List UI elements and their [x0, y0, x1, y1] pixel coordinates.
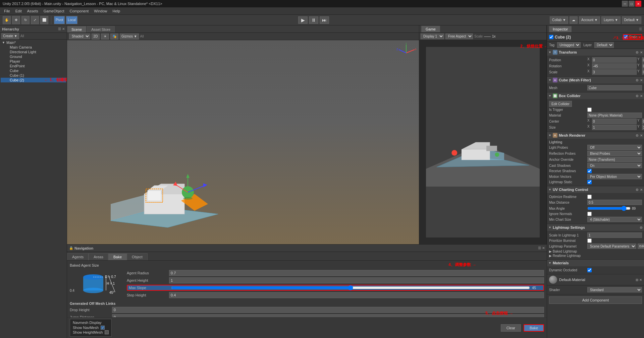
menu-component[interactable]: Component	[67, 8, 91, 14]
maximize-button[interactable]: □	[629, 1, 635, 7]
nav-tab-object[interactable]: Object	[127, 253, 148, 260]
edit-collider-button[interactable]: Edit Collider	[549, 101, 572, 107]
tab-inspector[interactable]: Inspector	[549, 26, 572, 32]
pivot-toggle[interactable]: Pivot	[54, 16, 65, 24]
prioritize-checkbox[interactable]	[587, 239, 592, 243]
materials-header[interactable]: ▼ Materials	[547, 260, 644, 266]
2d-toggle[interactable]: 2D	[92, 33, 100, 40]
tab-game[interactable]: Game	[421, 26, 440, 32]
mesh-filter-settings[interactable]: ⚙	[636, 78, 639, 82]
lightmap-static-checkbox[interactable]	[587, 180, 592, 184]
menu-window[interactable]: Window	[91, 8, 110, 14]
display-dropdown[interactable]: Display 1	[421, 33, 444, 39]
shader-select[interactable]: Standard	[587, 287, 642, 292]
local-toggle[interactable]: Local	[66, 16, 77, 24]
max-distance-input[interactable]	[587, 200, 642, 205]
fx-toggle[interactable]: 🎭	[110, 33, 118, 40]
min-chart-size-select[interactable]: 4 (Stitchable)	[587, 217, 642, 222]
dynamic-occluded-checkbox[interactable]	[587, 268, 592, 272]
material-expand-icon[interactable]: ⊞ ✕	[636, 278, 642, 282]
size-y-input[interactable]	[642, 125, 644, 130]
hierarchy-create-button[interactable]: Create ▼	[1, 33, 19, 39]
add-component-button[interactable]: Add Component	[549, 296, 642, 304]
hand-tool[interactable]: ✋	[3, 16, 11, 24]
menu-edit[interactable]: Edit	[13, 8, 24, 14]
default-layout-button[interactable]: Default ▼	[622, 16, 641, 24]
rect-tool[interactable]: ⬜	[40, 16, 48, 24]
scale-y-input[interactable]	[642, 69, 644, 75]
lightmap-settings-header[interactable]: ▼ Lightmap Settings ⚙	[547, 224, 644, 231]
menu-gameobject[interactable]: GameObject	[41, 8, 67, 14]
cast-shadows-select[interactable]: On	[587, 163, 642, 168]
object-active-checkbox[interactable]	[549, 35, 553, 39]
step-button[interactable]: ⏭	[320, 16, 329, 24]
edit-lightmap-param-button[interactable]: Edit...	[638, 244, 644, 249]
shading-dropdown[interactable]: Shaded	[69, 33, 90, 39]
lightmap-param-select[interactable]: Scene Default Parameters	[587, 244, 636, 249]
show-navmesh-checkbox[interactable]: ✓	[101, 326, 105, 330]
mesh-input[interactable]	[587, 85, 642, 90]
size-x-input[interactable]	[592, 125, 637, 130]
uv-charting-header[interactable]: ▼ UV Charting Control ⚙ ✕	[547, 186, 644, 193]
lightmap-settings-icon[interactable]: ⚙	[640, 226, 643, 229]
minimize-button[interactable]: ─	[622, 1, 628, 7]
nav-tab-bake[interactable]: Bake	[108, 253, 127, 260]
menu-help[interactable]: Help	[110, 8, 123, 14]
rot-x-input[interactable]	[592, 63, 637, 69]
play-button[interactable]: ▶	[298, 16, 308, 24]
rot-y-input[interactable]	[642, 63, 644, 69]
mesh-filter-header[interactable]: ▼ M Cube (Mesh Filter) ⚙ ✕	[547, 77, 644, 83]
scale-tool[interactable]: ⤢	[31, 16, 39, 24]
game-viewport[interactable]: 2、烘焙位置 ←	[419, 40, 546, 244]
hierarchy-item-endpoint[interactable]: EndPoint	[1, 64, 66, 68]
clear-button[interactable]: Clear	[501, 324, 521, 332]
mesh-filter-close[interactable]: ✕	[640, 78, 643, 82]
layers-button[interactable]: Layers ▼	[601, 16, 621, 24]
pause-button[interactable]: ⏸	[309, 16, 318, 24]
mesh-renderer-close[interactable]: ✕	[640, 134, 643, 137]
reflection-probes-select[interactable]: Blend Probes	[587, 151, 642, 156]
mesh-renderer-settings[interactable]: ⚙	[636, 134, 639, 137]
jump-distance-input[interactable]	[112, 314, 544, 317]
nav-tab-agents[interactable]: Agents	[67, 253, 89, 260]
account-button[interactable]: Account ▼	[579, 16, 600, 24]
ignore-normals-checkbox[interactable]	[587, 212, 592, 216]
agent-height-input[interactable]	[169, 277, 544, 283]
tab-asset-store[interactable]: Asset Store	[87, 26, 115, 32]
move-tool[interactable]: ✥	[12, 16, 20, 24]
layer-select[interactable]: Default	[594, 42, 614, 48]
is-trigger-checkbox[interactable]	[587, 108, 592, 112]
gizmos-dropdown[interactable]: Gizmos ▼	[120, 33, 139, 40]
aspect-dropdown[interactable]: Free Aspect	[445, 33, 473, 39]
baked-lightmap-section[interactable]: ▶ Baked Lightmap	[549, 250, 642, 253]
hierarchy-item-maincamera[interactable]: Main Camera	[1, 45, 66, 50]
optimize-realtime-checkbox[interactable]	[587, 195, 592, 199]
show-heightmesh-checkbox[interactable]	[105, 330, 109, 334]
mesh-renderer-header[interactable]: ▼ R Mesh Renderer ⚙ ✕	[547, 132, 644, 139]
transform-close-icon[interactable]: ✕	[640, 51, 643, 54]
lights-toggle[interactable]: ☀	[101, 33, 109, 40]
transform-settings-icon[interactable]: ⚙	[636, 51, 639, 54]
scene-viewport[interactable]: X Y Z	[67, 40, 419, 244]
menu-file[interactable]: File	[1, 8, 13, 14]
uv-charting-settings[interactable]: ⚙	[636, 188, 639, 192]
step-height-input[interactable]	[169, 292, 544, 298]
hierarchy-item-directionallight[interactable]: Directional Light	[1, 50, 66, 54]
collab-button[interactable]: Collab ▼	[550, 16, 568, 24]
transform-header[interactable]: ▼ T Transform ⚙ ✕	[547, 49, 644, 56]
scale-in-lightmap-input[interactable]	[587, 232, 642, 238]
tab-scene[interactable]: Scene	[67, 26, 86, 32]
light-probes-select[interactable]: Off	[587, 145, 642, 150]
tag-select[interactable]: Untagged	[557, 42, 581, 48]
collider-material-input[interactable]	[587, 113, 642, 118]
max-angle-slider[interactable]	[587, 206, 631, 211]
anchor-override-input[interactable]	[587, 157, 642, 162]
menu-assets[interactable]: Assets	[24, 8, 41, 14]
scale-x-input[interactable]	[592, 69, 637, 75]
pos-x-input[interactable]	[592, 57, 637, 63]
max-slope-slider[interactable]	[171, 286, 530, 290]
bake-button[interactable]: Bake	[524, 324, 544, 332]
box-collider-close[interactable]: ✕	[640, 94, 643, 98]
agent-radius-input[interactable]	[169, 270, 544, 276]
realtime-lightmap-section[interactable]: ▶ Realtime Lightmap	[549, 254, 642, 258]
